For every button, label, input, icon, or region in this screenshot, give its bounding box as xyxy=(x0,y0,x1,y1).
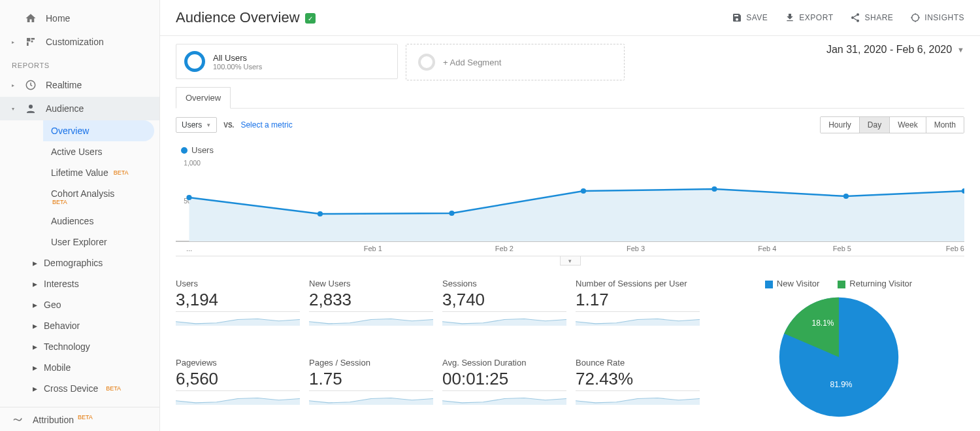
metric-value: 00:01:25 xyxy=(442,369,566,389)
granularity-group: Hourly Day Week Month xyxy=(820,116,964,133)
beta-badge: BETA xyxy=(106,385,121,392)
metric-label: Users xyxy=(176,279,300,288)
date-range-picker[interactable]: Jan 31, 2020 - Feb 6, 2020 ▼ xyxy=(826,44,964,56)
metric-label: Pageviews xyxy=(176,358,300,368)
page-header: Audience Overview✓ SAVE EXPORT SHARE INS… xyxy=(160,0,980,36)
sidebar-item-customization[interactable]: ▸ Customization xyxy=(0,30,159,54)
sidebar-section-reports: REPORTS xyxy=(0,54,159,73)
segment-title: All Users xyxy=(213,53,262,63)
segment-circle-icon xyxy=(184,51,205,72)
share-icon xyxy=(850,12,860,23)
pie-panel: New Visitor Returning Visitor 18.1% 81.9… xyxy=(713,279,964,419)
tab-overview[interactable]: Overview xyxy=(176,87,231,109)
vs-label: VS. xyxy=(223,122,234,129)
metric-card[interactable]: Sessions3,740 xyxy=(442,279,566,341)
metric-card[interactable]: Number of Sessions per User1.17 xyxy=(576,279,700,341)
metric-card[interactable]: Avg. Session Duration00:01:25 xyxy=(442,358,566,420)
sidebar-sub-geo[interactable]: ▸Geo xyxy=(0,294,159,315)
add-segment-label: + Add Segment xyxy=(443,58,501,67)
metric-card[interactable]: Users3,194 xyxy=(176,279,300,341)
metric-card[interactable]: Pages / Session1.75 xyxy=(309,358,433,420)
metric-value: 3,194 xyxy=(176,290,300,310)
svg-point-7 xyxy=(851,16,854,19)
granularity-month[interactable]: Month xyxy=(926,117,964,133)
sparkline xyxy=(309,311,433,326)
metric-value: 6,560 xyxy=(176,369,300,389)
attribution-icon xyxy=(12,413,24,425)
page-title: Audience Overview✓ xyxy=(176,9,316,26)
metric-label: Number of Sessions per User xyxy=(576,279,700,288)
metric-label: Sessions xyxy=(442,279,566,288)
export-button[interactable]: EXPORT xyxy=(785,12,833,23)
share-button[interactable]: SHARE xyxy=(850,12,893,23)
insights-button[interactable]: INSIGHTS xyxy=(910,12,964,23)
sparkline xyxy=(176,311,300,326)
legend-dot-icon xyxy=(181,147,188,154)
sidebar-sub-active-users[interactable]: Active Users xyxy=(43,141,159,162)
sidebar-sub-interests[interactable]: ▸Interests xyxy=(0,273,159,294)
metric-label: Pages / Session xyxy=(309,358,433,368)
svg-point-11 xyxy=(186,195,191,200)
sidebar-sub-user-explorer[interactable]: User Explorer xyxy=(43,232,159,252)
line-chart: 1,000 500 ... Feb 1 Feb 2 Feb 3 Feb 4 Fe… xyxy=(176,158,964,256)
chart-collapse-handle[interactable]: ▾ xyxy=(560,256,581,266)
export-icon xyxy=(785,12,795,23)
metric-selector[interactable]: Users▼ xyxy=(176,117,217,133)
content: All Users 100.00% Users + Add Segment Ja… xyxy=(160,36,980,431)
metric-card[interactable]: New Users2,833 xyxy=(309,279,433,341)
metrics-row: Users3,194New Users2,833Sessions3,740Num… xyxy=(176,279,964,419)
sparkline xyxy=(442,390,566,405)
expand-icon: ▸ xyxy=(33,279,37,289)
clock-icon xyxy=(25,79,37,91)
expand-icon: ▸ xyxy=(33,258,37,268)
sidebar-sub-lifetime-value[interactable]: Lifetime ValueBETA xyxy=(43,162,159,183)
svg-point-9 xyxy=(912,14,919,22)
beta-badge: BETA xyxy=(78,414,93,421)
pie-chart: 18.1% 81.9% xyxy=(777,295,901,419)
audience-sublist: Overview Active Users Lifetime ValueBETA… xyxy=(0,120,159,252)
insights-icon xyxy=(910,12,921,23)
sidebar-item-realtime[interactable]: ▸ Realtime xyxy=(0,73,159,97)
sidebar-home-label: Home xyxy=(46,13,70,24)
metric-card[interactable]: Pageviews6,560 xyxy=(176,358,300,420)
granularity-week[interactable]: Week xyxy=(889,117,925,133)
svg-point-12 xyxy=(318,211,323,216)
sidebar-sub-overview[interactable]: Overview xyxy=(43,120,154,141)
sidebar-item-attribution[interactable]: Attribution BETA xyxy=(0,407,159,431)
sidebar-sub-cross-device[interactable]: ▸Cross DeviceBETA xyxy=(0,378,159,399)
segment-all-users[interactable]: All Users 100.00% Users xyxy=(176,44,398,79)
sidebar-audience-label: Audience xyxy=(46,103,84,114)
select-metric-link[interactable]: Select a metric xyxy=(240,120,292,129)
home-icon xyxy=(25,12,37,24)
svg-rect-0 xyxy=(27,38,30,41)
sidebar-customization-label: Customization xyxy=(46,37,104,47)
pie-legend: New Visitor Returning Visitor xyxy=(765,279,912,288)
beta-badge: BETA xyxy=(52,199,67,205)
sidebar-sub-audiences[interactable]: Audiences xyxy=(43,211,159,232)
sidebar-item-audience[interactable]: ▾ Audience xyxy=(0,97,159,120)
sidebar-sub-behavior[interactable]: ▸Behavior xyxy=(0,315,159,336)
expand-icon: ▸ xyxy=(33,362,37,373)
svg-point-6 xyxy=(857,13,859,16)
metric-card[interactable]: Bounce Rate72.43% xyxy=(576,358,700,420)
sparkline xyxy=(576,390,700,405)
pie-swatch-returning xyxy=(838,281,845,288)
line-chart-svg: 1,000 500 xyxy=(176,158,964,243)
sidebar-sub-cohort[interactable]: Cohort AnalysisBETA xyxy=(43,183,159,211)
sidebar-item-home[interactable]: Home xyxy=(0,7,159,30)
sidebar-sub-mobile[interactable]: ▸Mobile xyxy=(0,357,159,378)
granularity-hourly[interactable]: Hourly xyxy=(821,117,859,133)
add-segment-button[interactable]: + Add Segment xyxy=(406,44,625,80)
collapse-icon: ▾ xyxy=(12,106,16,112)
metric-value: 3,740 xyxy=(442,290,566,310)
metric-label: Bounce Rate xyxy=(576,358,700,368)
pie-legend-returning: Returning Visitor xyxy=(838,279,912,288)
sidebar-sub-technology[interactable]: ▸Technology xyxy=(0,336,159,357)
metrics-grid: Users3,194New Users2,833Sessions3,740Num… xyxy=(176,279,700,419)
sidebar-sub-demographics[interactable]: ▸Demographics xyxy=(0,252,159,273)
granularity-day[interactable]: Day xyxy=(859,117,889,133)
svg-rect-3 xyxy=(27,43,29,46)
save-button[interactable]: SAVE xyxy=(732,12,768,23)
pie-label-new: 81.9% xyxy=(830,380,853,389)
sidebar-realtime-label: Realtime xyxy=(46,80,82,90)
